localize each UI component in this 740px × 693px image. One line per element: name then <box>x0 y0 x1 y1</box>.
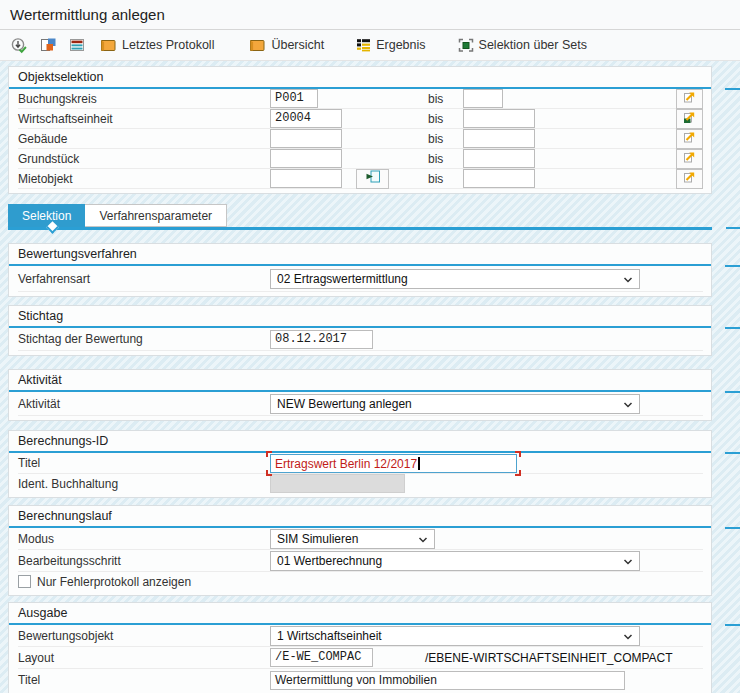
field-row-mietobjekt: Mietobjekt bis <box>18 169 703 189</box>
checkbox-label: Nur Fehlerprotokoll anzeigen <box>37 575 191 589</box>
ergebnis-button[interactable]: Ergebnis <box>348 32 433 58</box>
layout-input[interactable]: /E-WE_COMPAC <box>270 648 373 667</box>
execute-button[interactable] <box>4 32 34 58</box>
striped-list-icon <box>69 38 85 52</box>
bewertungsobjekt-dropdown[interactable]: 1 Wirtschaftseinheit <box>270 626 640 646</box>
field-row-layout: Layout /E-WE_COMPAC /EBENE-WIRTSCHAFTSEI… <box>18 647 703 669</box>
folder-icon <box>99 38 117 53</box>
letztes-protokoll-label: Letztes Protokoll <box>122 38 214 52</box>
folder-icon <box>248 38 266 53</box>
multi-selection-icon <box>682 129 697 148</box>
field-row-gebaeude: Gebäude bis <box>18 129 703 149</box>
section-title: Objektselektion <box>18 68 703 87</box>
buchungskreis-to-input[interactable] <box>463 89 503 108</box>
page-arrow-icon <box>364 169 382 188</box>
chevron-down-icon <box>412 532 428 546</box>
tab-underline <box>8 227 712 230</box>
field-label: Titel <box>18 673 270 687</box>
result-list-icon <box>356 38 371 52</box>
selektion-ueber-sets-button[interactable]: Selektion über Sets <box>450 32 595 58</box>
ident-buchhaltung-input <box>270 474 405 493</box>
section-bewertungsverfahren: Bewertungsverfahren Verfahrensart 02 Ert… <box>8 243 712 297</box>
uebersicht-button[interactable]: Übersicht <box>240 32 332 58</box>
dropdown-value: NEW Bewertung anlegen <box>277 397 412 411</box>
dropdown-value: 01 Wertberechnung <box>277 554 382 568</box>
text-cursor <box>418 457 420 470</box>
letztes-protokoll-button[interactable]: Letztes Protokoll <box>91 32 222 58</box>
field-label: Verfahrensart <box>18 272 270 286</box>
chevron-down-icon <box>617 272 633 286</box>
field-row-titel: Titel Ertragswert Berlin 12/2017 <box>18 453 703 474</box>
field-label: Stichtag der Bewertung <box>18 332 270 346</box>
selektion-ueber-sets-label: Selektion über Sets <box>479 38 587 52</box>
gebaeude-input[interactable] <box>270 129 342 148</box>
bis-label: bis <box>428 152 450 166</box>
stichtag-input[interactable]: 08.12.2017 <box>270 330 373 349</box>
multi-selection-button[interactable] <box>676 89 703 109</box>
ergebnis-label: Ergebnis <box>376 38 425 52</box>
multi-selection-button[interactable] <box>676 169 703 189</box>
application-toolbar: Letztes Protokoll Übersicht Ergebnis <box>0 30 740 61</box>
section-title: Stichtag <box>18 307 703 326</box>
buchungskreis-input[interactable]: P001 <box>270 89 318 108</box>
focus-corner <box>266 451 272 457</box>
bis-label: bis <box>428 172 450 186</box>
tab-selektion[interactable]: Selektion <box>8 204 85 227</box>
field-row-stichtag: Stichtag der Bewertung 08.12.2017 <box>18 328 703 351</box>
verfahrensart-dropdown[interactable]: 02 Ertragswertermittlung <box>270 269 640 289</box>
section-objektselektion: Objektselektion Buchungskreis P001 bis W… <box>8 66 712 194</box>
bis-label: bis <box>428 112 450 126</box>
field-row-bewertungsobjekt: Bewertungsobjekt 1 Wirtschaftseinheit <box>18 625 703 647</box>
tab-verfahrensparameter[interactable]: Verfahrensparameter <box>85 204 227 227</box>
field-label: Buchungskreis <box>18 92 270 106</box>
aktivitaet-dropdown[interactable]: NEW Bewertung anlegen <box>270 394 640 414</box>
multi-selection-icon <box>682 149 697 168</box>
section-ausgabe: Ausgabe Bewertungsobjekt 1 Wirtschaftsei… <box>8 602 712 693</box>
list-button[interactable] <box>63 32 91 58</box>
focus-corner <box>515 470 521 476</box>
tab-strip: Selektion Verfahrensparameter <box>8 204 712 227</box>
fehlerprotokoll-checkbox[interactable] <box>18 575 31 588</box>
section-rule-edge <box>725 527 740 529</box>
copy-template-button[interactable] <box>34 32 63 58</box>
section-title: Ausgabe <box>18 604 703 623</box>
bis-label: bis <box>428 132 450 146</box>
uebersicht-label: Übersicht <box>271 38 324 52</box>
object-picker-button[interactable] <box>356 169 389 189</box>
field-label: Ident. Buchhaltung <box>18 477 270 491</box>
modus-dropdown[interactable]: SIM Simulieren <box>270 529 435 549</box>
wirtschaftseinheit-input[interactable]: 20004 <box>270 109 342 128</box>
mietobjekt-to-input[interactable] <box>463 169 535 188</box>
copy-template-icon <box>40 37 57 53</box>
sets-icon <box>458 38 474 53</box>
titel-value: Ertragswert Berlin 12/2017 <box>275 457 417 471</box>
ausgabe-titel-input[interactable]: Wertermittlung von Immobilien <box>270 671 625 690</box>
mietobjekt-input[interactable] <box>270 169 342 188</box>
grundstueck-input[interactable] <box>270 149 342 168</box>
gebaeude-to-input[interactable] <box>463 129 535 148</box>
field-row-aktivitaet: Aktivität NEW Bewertung anlegen <box>18 392 703 416</box>
multi-selection-button[interactable] <box>676 149 703 169</box>
field-row-bearbeitungsschritt: Bearbeitungsschritt 01 Wertberechnung <box>18 550 703 572</box>
section-rule-edge <box>725 452 740 454</box>
field-label: Aktivität <box>18 397 270 411</box>
titel-input[interactable]: Ertragswert Berlin 12/2017 <box>270 454 517 473</box>
section-rule-edge <box>725 624 740 626</box>
bearbeitungsschritt-dropdown[interactable]: 01 Wertberechnung <box>270 551 640 571</box>
dropdown-value: 1 Wirtschaftseinheit <box>277 629 382 643</box>
field-row-ausgabe-titel: Titel Wertermittlung von Immobilien <box>18 669 703 691</box>
field-label: Wirtschaftseinheit <box>18 112 270 126</box>
wirtschaftseinheit-to-input[interactable] <box>463 109 535 128</box>
multi-selection-button[interactable] <box>676 109 703 129</box>
field-label: Titel <box>18 456 270 470</box>
window-titlebar: Wertermittlung anlegen <box>0 0 740 30</box>
field-label: Layout <box>18 651 270 665</box>
field-label: Gebäude <box>18 132 270 146</box>
grundstueck-to-input[interactable] <box>463 149 535 168</box>
section-berechnungslauf: Berechnungslauf Modus SIM Simulieren Bea… <box>8 505 712 596</box>
section-rule-edge <box>725 265 740 267</box>
section-title: Berechnungslauf <box>18 507 703 526</box>
layout-description: /EBENE-WIRTSCHAFTSEINHEIT_COMPACT <box>425 651 673 665</box>
chevron-down-icon <box>617 554 633 568</box>
multi-selection-button[interactable] <box>676 129 703 149</box>
